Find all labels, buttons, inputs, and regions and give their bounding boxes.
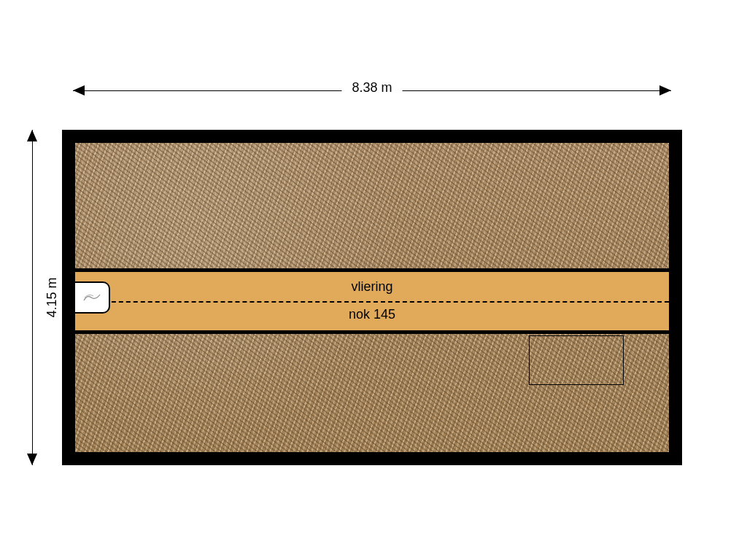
arrow-right-icon bbox=[659, 85, 671, 96]
dimension-width: 8.38 m bbox=[73, 80, 671, 102]
sketch-icon bbox=[82, 290, 101, 305]
floorplan-outline: vliering nok 145 bbox=[62, 130, 682, 465]
dimension-width-label: 8.38 m bbox=[341, 80, 402, 96]
floorplan-stage: 8.38 m 4.15 m vliering nok 145 bbox=[0, 0, 747, 560]
dimension-height-label: 4.15 m bbox=[44, 267, 60, 327]
arrow-left-icon bbox=[73, 85, 85, 96]
floor-hatch-outline bbox=[529, 335, 624, 385]
ridge-centerline bbox=[75, 301, 669, 303]
dimension-height: 4.15 m bbox=[22, 130, 44, 465]
ridge-height-label: nok 145 bbox=[75, 307, 669, 322]
arrow-down-icon bbox=[27, 454, 37, 465]
arrow-up-icon bbox=[27, 130, 37, 141]
dimension-line bbox=[32, 130, 33, 465]
ridge-band: vliering nok 145 bbox=[75, 268, 669, 334]
dormer-window-icon bbox=[75, 281, 110, 314]
room-name-label: vliering bbox=[75, 279, 669, 295]
